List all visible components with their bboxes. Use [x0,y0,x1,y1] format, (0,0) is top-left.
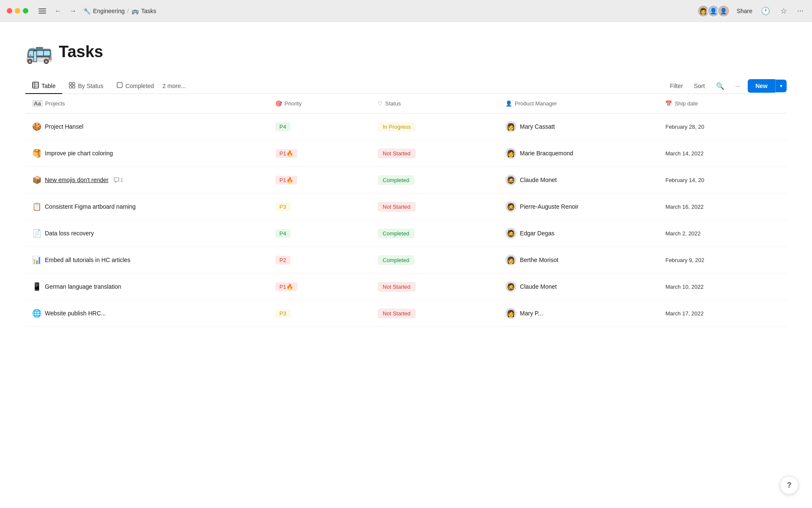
table-row[interactable]: 📱 German language translation P1🔥 Not St… [25,273,787,300]
priority-cell-2: P1🔥 [269,167,371,193]
priority-badge-5[interactable]: P2 [275,256,291,265]
table-container: Aa Projects 🎯 Priority ♡ Status [25,94,787,327]
close-button[interactable] [7,8,12,14]
priority-badge-6[interactable]: P1🔥 [275,282,297,291]
table-row[interactable]: 🌐 Website publish HRC... P3 Not Started … [25,300,787,327]
table-row[interactable]: 📋 Consistent Figma artboard naming P3 No… [25,193,787,220]
projects-col-icon: Aa [32,100,43,107]
project-cell-7: 🌐 Website publish HRC... [25,300,269,327]
project-name-4[interactable]: Data loss recovery [45,230,94,237]
project-name-7[interactable]: Website publish HRC... [45,310,106,317]
history-button[interactable]: 🕐 [759,6,772,17]
breadcrumb-tasks-icon: 🚌 [132,8,139,14]
pm-name-7: Mary P... [520,310,543,317]
status-cell-5: Completed [371,247,499,273]
pm-avatar-7: 👩 [505,308,516,319]
titlebar-right: 👩 👤 👤 Share 🕐 ☆ ··· [697,5,805,17]
table-row[interactable]: 📄 Data loss recovery P4 Completed 🧔 Edga… [25,220,787,247]
more-options-button[interactable]: ··· [796,6,805,16]
search-button[interactable]: 🔍 [713,80,728,93]
priority-badge-2[interactable]: P1🔥 [275,176,297,185]
project-name-5[interactable]: Embed all tutorials in HC articles [45,257,130,263]
status-badge-6[interactable]: Not Started [378,282,416,292]
breadcrumb-engineering-label[interactable]: Engineering [93,8,125,14]
status-badge-4[interactable]: Completed [378,229,414,238]
pm-avatar-1: 👩 [505,148,516,159]
main-content: 🚌 Tasks Table [0,22,812,327]
col-header-projects: Aa Projects [25,94,269,113]
project-icon-4: 📄 [32,229,41,238]
tab-completed[interactable]: Completed [110,79,161,94]
status-badge-2[interactable]: Completed [378,175,414,185]
priority-badge-0[interactable]: P4 [275,122,291,131]
status-badge-7[interactable]: Not Started [378,309,416,318]
page-icon: 🚌 [25,39,53,65]
pm-name-0: Mary Cassatt [520,123,554,130]
filter-button[interactable]: Filter [667,80,686,92]
sort-button[interactable]: Sort [691,80,708,92]
more-tabs-button[interactable]: 2 more... [161,79,187,93]
ship-date-cell-1: March 14, 2022 [658,140,787,167]
tab-by-status[interactable]: By Status [62,79,110,94]
minimize-button[interactable] [15,8,20,14]
project-name-1[interactable]: Improve pie chart coloring [45,150,113,157]
pm-name-4: Edgar Degas [520,230,554,237]
back-button[interactable]: ← [53,6,63,17]
project-name-0[interactable]: Project Hansel [45,123,83,130]
svg-rect-0 [33,82,38,88]
priority-cell-6: P1🔥 [269,273,371,300]
pm-col-icon: 👤 [505,100,512,107]
table-row[interactable]: 📦 New emojis don't render 1 P1🔥 Complete… [25,167,787,193]
project-cell-1: 🥞 Improve pie chart coloring [25,140,269,167]
traffic-lights [7,8,28,14]
status-col-label: Status [385,100,401,107]
share-button[interactable]: Share [737,8,752,14]
priority-cell-7: P3 [269,300,371,327]
priority-badge-1[interactable]: P1🔥 [275,149,297,158]
priority-badge-3[interactable]: P3 [275,202,291,211]
table-row[interactable]: 🥞 Improve pie chart coloring P1🔥 Not Sta… [25,140,787,167]
ship-date-cell-7: March 17, 2022 [658,300,787,327]
project-name-2[interactable]: New emojis don't render [45,177,109,183]
ship-date-col-icon: 📅 [665,100,672,107]
project-cell-0: 🍪 Project Hansel [25,113,269,140]
menu-button[interactable] [37,7,48,15]
pm-avatar-2: 🧔 [505,174,516,185]
project-cell-4: 📄 Data loss recovery [25,220,269,247]
pm-cell-0: 👩 Mary Cassatt [499,113,658,140]
project-icon-3: 📋 [32,202,41,211]
priority-badge-4[interactable]: P4 [275,229,291,238]
col-header-status: ♡ Status [371,94,499,113]
status-badge-3[interactable]: Not Started [378,202,416,212]
pm-name-2: Claude Monet [520,177,557,183]
project-cell-3: 📋 Consistent Figma artboard naming [25,193,269,220]
pm-cell-4: 🧔 Edgar Degas [499,220,658,247]
table-body: 🍪 Project Hansel P4 In Progress 👩 Mary C… [25,113,787,327]
bookmark-button[interactable]: ☆ [779,6,789,17]
table-row[interactable]: 🍪 Project Hansel P4 In Progress 👩 Mary C… [25,113,787,140]
project-icon-6: 📱 [32,282,41,291]
help-button[interactable]: ? [780,476,798,494]
more-toolbar-button[interactable]: ··· [732,80,744,92]
status-badge-5[interactable]: Completed [378,255,414,265]
project-cell-6: 📱 German language translation [25,273,269,300]
maximize-button[interactable] [23,8,28,14]
new-button[interactable]: New [748,79,775,93]
breadcrumb-tasks-label[interactable]: Tasks [141,8,156,14]
new-button-caret[interactable]: ▾ [775,80,787,92]
new-button-group: New ▾ [748,79,787,93]
project-name-3[interactable]: Consistent Figma artboard naming [45,203,136,210]
project-icon-7: 🌐 [32,309,41,318]
tab-table[interactable]: Table [25,78,62,94]
project-name-6[interactable]: German language translation [45,283,121,290]
svg-rect-7 [73,86,75,88]
forward-button[interactable]: → [68,6,78,17]
table-row[interactable]: 📊 Embed all tutorials in HC articles P2 … [25,247,787,273]
project-icon-2: 📦 [32,175,41,185]
priority-badge-7[interactable]: P3 [275,309,291,318]
status-badge-1[interactable]: Not Started [378,149,416,158]
status-col-icon: ♡ [378,100,383,107]
status-badge-0[interactable]: In Progress [378,122,416,132]
svg-rect-5 [73,83,75,85]
pm-cell-7: 👩 Mary P... [499,300,658,327]
